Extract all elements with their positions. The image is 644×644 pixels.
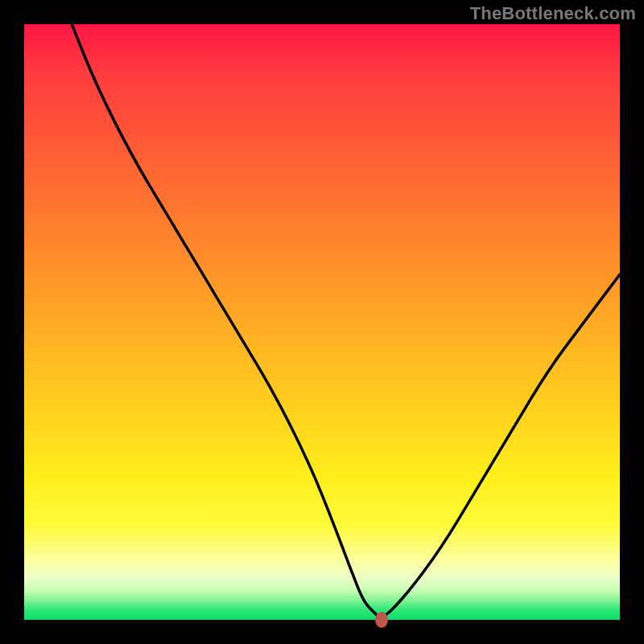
plot-area — [24, 24, 620, 620]
bottleneck-curve — [24, 24, 620, 620]
optimal-marker — [375, 612, 388, 628]
watermark-text: TheBottleneck.com — [470, 3, 636, 24]
chart-frame: TheBottleneck.com — [0, 0, 644, 644]
